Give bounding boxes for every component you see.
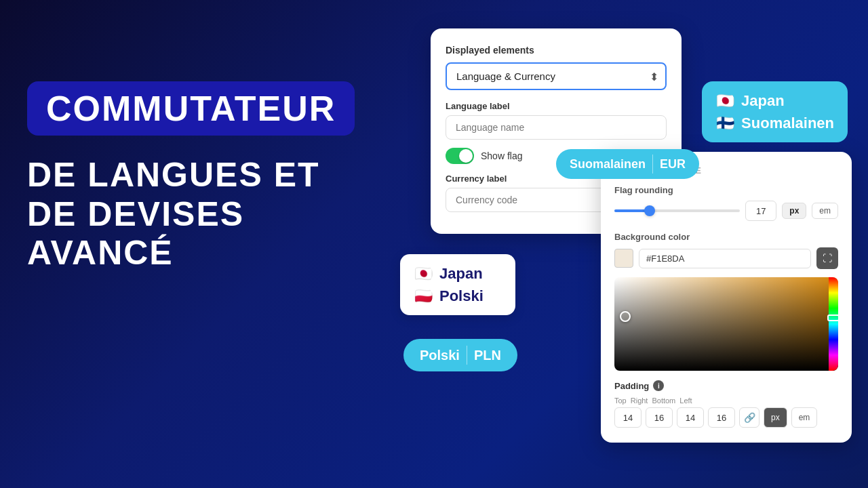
japan-item: 🇯🇵 Japan: [715, 89, 834, 112]
rounding-px-btn[interactable]: px: [782, 203, 806, 219]
pln-badge-text: PLN: [474, 348, 501, 363]
rounding-value-input[interactable]: [745, 201, 776, 221]
japan-label: Japan: [741, 89, 785, 112]
badge-divider: [652, 155, 653, 174]
select-wrapper: Language & Currency ⬍: [446, 62, 667, 90]
padding-info-icon: i: [653, 380, 664, 391]
padding-left-label: Left: [679, 396, 692, 405]
polski-item: 🇵🇱 Polski: [414, 285, 502, 307]
japan-label-2: Japan: [439, 262, 483, 285]
bg-color-label: Background color: [614, 232, 838, 242]
padding-bottom-label: Bottom: [652, 396, 675, 405]
hue-slider[interactable]: [829, 277, 838, 371]
rounding-slider-thumb: [644, 205, 655, 216]
padding-right-label: Right: [631, 396, 648, 405]
hue-thumb: [827, 314, 838, 321]
rounding-slider-fill: [614, 209, 650, 212]
title-box: Commutateur: [27, 81, 355, 136]
color-hex-input[interactable]: [639, 249, 811, 268]
link-padding-btn[interactable]: 🔗: [739, 407, 760, 428]
padding-right-input[interactable]: [646, 407, 673, 428]
suomalainen-eur-badge: Suomalainen EUR: [556, 149, 699, 179]
eur-badge-text: EUR: [660, 157, 686, 171]
suomalainen-item: 🇫🇮 Suomalainen: [715, 112, 834, 134]
padding-inputs-row: 🔗 px em: [614, 407, 838, 428]
japan-flag: 🇯🇵: [715, 92, 734, 110]
suomalainen-badge-text: Suomalainen: [570, 157, 646, 171]
japan-flag-2: 🇯🇵: [414, 264, 433, 283]
bg-color-row: ⛶: [614, 247, 838, 269]
flag-rounding-row: px em: [614, 201, 838, 221]
padding-top-label: Top: [614, 396, 627, 405]
color-picker-area[interactable]: [614, 277, 838, 371]
polski-pln-badge: Polski PLN: [403, 339, 517, 371]
show-flag-label: Show flag: [481, 150, 522, 161]
flag-rounding-label: Flag rounding: [614, 185, 838, 195]
rounding-slider-track[interactable]: [614, 209, 740, 212]
rounding-em-btn[interactable]: em: [812, 203, 838, 219]
language-label-input[interactable]: [446, 115, 667, 140]
japan-item-2: 🇯🇵 Japan: [414, 262, 502, 285]
japan-polski-card: 🇯🇵 Japan 🇵🇱 Polski: [400, 254, 515, 315]
padding-bottom-col: Bottom: [652, 396, 675, 405]
padding-px-btn[interactable]: px: [764, 407, 787, 428]
subtitle-line1: de langues et: [27, 156, 393, 195]
padding-row: Padding i: [614, 380, 838, 391]
language-label-title: Language label: [446, 101, 667, 111]
polski-badge-text: Polski: [420, 348, 460, 363]
padding-em-btn[interactable]: em: [791, 407, 818, 428]
title-text: Commutateur: [46, 89, 336, 128]
padding-bottom-input[interactable]: [677, 407, 704, 428]
pln-divider: [467, 346, 467, 365]
padding-top-input[interactable]: [614, 407, 642, 428]
subtitle-line2: de devises: [27, 195, 393, 235]
japan-suomalainen-card: 🇯🇵 Japan 🇫🇮 Suomalainen: [702, 81, 848, 142]
displayed-elements-label: Displayed elements: [446, 45, 667, 56]
poland-flag: 🇵🇱: [414, 287, 433, 306]
color-picker-thumb: [620, 311, 631, 322]
padding-top-col: Top: [614, 396, 627, 405]
finland-flag: 🇫🇮: [715, 114, 734, 133]
padding-left-col: Left: [679, 396, 692, 405]
color-expand-btn[interactable]: ⛶: [816, 247, 838, 269]
switcher-panel: Switcher Style Flag rounding px em Backg…: [601, 152, 852, 443]
left-panel: Commutateur de langues et de devises ava…: [27, 81, 393, 273]
padding-right-col: Right: [631, 396, 648, 405]
displayed-elements-select[interactable]: Language & Currency: [446, 62, 667, 90]
suomalainen-label: Suomalainen: [741, 112, 834, 134]
subtitle: de langues et de devises avancé: [27, 156, 393, 273]
subtitle-line3: avancé: [27, 234, 393, 273]
show-flag-toggle[interactable]: [446, 148, 474, 164]
color-preview-swatch[interactable]: [614, 249, 633, 268]
polski-label: Polski: [439, 285, 484, 307]
padding-label: Padding: [614, 381, 649, 391]
padding-left-input[interactable]: [708, 407, 735, 428]
